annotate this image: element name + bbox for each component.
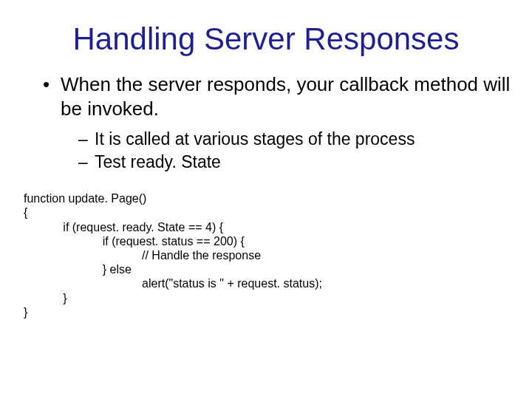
code-block: function update. Page() { if (request. r…	[24, 191, 511, 319]
slide: Handling Server Responses When the serve…	[0, 0, 532, 399]
bullet-list-level2: It is called at various stages of the pr…	[78, 128, 511, 174]
code-line-5: } else	[24, 263, 132, 276]
bullet-l2-1-text: Test ready. State	[95, 152, 221, 171]
code-line-4: // Handle the response	[24, 249, 261, 262]
code-line-6: alert("status is " + request. status);	[24, 277, 322, 290]
bullet-l2-0-text: It is called at various stages of the pr…	[95, 129, 415, 149]
bullet-l2-1: Test ready. State	[78, 151, 511, 174]
code-line-3: if (request. status == 200) {	[24, 235, 245, 248]
code-line-1: {	[24, 206, 27, 219]
code-line-8: }	[24, 306, 27, 318]
bullet-l1-0: When the server responds, your callback …	[43, 72, 511, 174]
code-line-0: function update. Page()	[24, 192, 146, 205]
slide-title: Handling Server Responses	[21, 22, 511, 56]
code-line-7: }	[24, 292, 67, 304]
bullet-l2-0: It is called at various stages of the pr…	[78, 128, 511, 151]
bullet-list-level1: When the server responds, your callback …	[43, 72, 511, 174]
code-line-2: if (request. ready. State == 4) {	[24, 221, 223, 233]
bullet-l1-0-text: When the server responds, your callback …	[61, 73, 510, 120]
